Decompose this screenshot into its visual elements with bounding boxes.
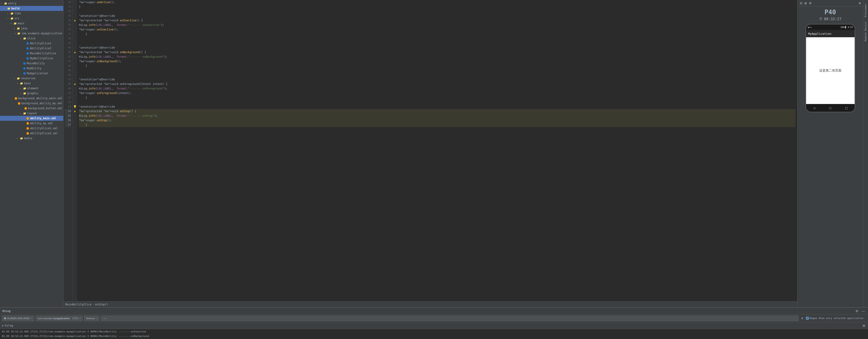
tree-item-abilitySlice1-xml[interactable]: 🟠abilitySlice1.xml — [0, 126, 63, 131]
tree-item-element[interactable]: ▸📁element — [0, 86, 63, 91]
tree-label: build — [11, 7, 20, 10]
breadcrumb-item-1[interactable]: MainAbilitySlice — [65, 303, 92, 306]
code-line: } — [79, 95, 796, 100]
code-line — [79, 100, 796, 105]
gutter-line: ● — [72, 18, 77, 23]
tree-item-src[interactable]: ▾📁src — [0, 16, 63, 21]
tree-arrow: ▾ — [20, 112, 23, 115]
tree-label: slice — [27, 37, 35, 40]
tree-icon: 📁 — [20, 137, 23, 140]
phone-app-title: MyApplication — [808, 32, 832, 35]
breadcrumb-item-2[interactable]: onStop() — [95, 303, 108, 306]
tree-icon: 📁 — [17, 27, 20, 30]
tree-item-libs[interactable]: ▸📁libs — [0, 11, 63, 16]
tree-item-abilitySlice2-xml[interactable]: 🟠abilitySlice2.xml — [0, 131, 63, 136]
timer-icon: ⏱ — [819, 17, 823, 21]
tree-label: graphic — [27, 92, 39, 95]
package-select[interactable]: com.example.myapplication 2713 ▾ — [36, 316, 83, 321]
hilog-minimize-btn[interactable]: — — [861, 309, 866, 313]
tree-item-graphic[interactable]: ▾📁graphic — [0, 91, 63, 96]
package-chevron: ▾ — [80, 317, 81, 319]
line-number: 30 — [65, 0, 71, 4]
previewer-tab[interactable]: Previewer — [864, 2, 868, 19]
tree-item-base[interactable]: ▾📁base — [0, 81, 63, 86]
editor-area: 3031323334353637383940414243444546474849… — [63, 0, 797, 307]
tree-icon: 📁 — [13, 22, 17, 25]
device-select[interactable]: ▣ HUAWEI ANA-AN00 ▾ — [2, 316, 34, 321]
tree-item-background-ability-main-xml[interactable]: 🟠background_ability_main.xml — [0, 96, 63, 101]
tree-item-MyApplication[interactable]: 🔵MyApplication — [0, 71, 63, 76]
regex-checkbox-label[interactable]: Regex — [806, 317, 817, 320]
tree-item-layout[interactable]: ▾📁layout — [0, 111, 63, 116]
nav-recent-icon[interactable]: □ — [845, 106, 847, 110]
line-number: 47 — [65, 77, 71, 82]
preview-close-btn[interactable]: ✕ — [858, 1, 861, 5]
code-line: } — [79, 122, 796, 127]
tree-item-build[interactable]: ▾📁build — [0, 6, 63, 11]
remote-device-tab[interactable]: Remote Device — [864, 20, 868, 43]
main-container: ▾📁entry▾📁build▸📁libs▾📁src▾📁main▾📁java▾📁c… — [0, 0, 868, 307]
tree-item-entry[interactable]: ▾📁entry — [0, 1, 63, 6]
hilog-content[interactable]: 01-09 16:52:22.066 27131-27131/com.examp… — [0, 329, 868, 339]
search-input[interactable] — [101, 316, 799, 321]
line-numbers: 3031323334353637383940414243444546474849… — [63, 0, 72, 301]
tree-item-java[interactable]: ▾📁java — [0, 26, 63, 31]
level-select[interactable]: Verbose ▾ — [84, 316, 99, 321]
code-line — [79, 9, 796, 13]
file-tree-sidebar: ▾📁entry▾📁build▸📁libs▾📁src▾📁main▾📁java▾📁c… — [0, 0, 63, 307]
nav-back-icon[interactable]: ◁ — [813, 106, 815, 110]
tree-arrow: ▾ — [13, 27, 17, 30]
tree-item-AbilitySlice2[interactable]: 🔵AbilitySlice2 — [0, 46, 63, 51]
tree-item-MainAbility[interactable]: 🔵MainAbility — [0, 61, 63, 66]
nav-home-icon[interactable]: ○ — [829, 106, 832, 110]
tree-item-MyAbilitySlice[interactable]: 🔵MyAbilitySlice — [0, 56, 63, 61]
gutter-line — [72, 95, 77, 100]
tree-item-background-ability-my-xml[interactable]: 🟠background_ability_my.xml — [0, 101, 63, 106]
right-tab-panel: Previewer Remote Device — [863, 0, 868, 307]
tree-icon: 🟠 — [14, 97, 17, 100]
tree-item-main[interactable]: ▾📁main — [0, 21, 63, 26]
preview-shrink-btn[interactable]: ⊟ — [799, 1, 803, 5]
code-line — [79, 73, 796, 77]
tree-item-resources[interactable]: ▾📁resources — [0, 76, 63, 81]
tree-icon: 🟠 — [26, 132, 29, 135]
gutter-line — [72, 73, 77, 77]
package-label: com.example.myapplication — [38, 317, 70, 320]
phone-nav-bar: ◁ ○ □ — [806, 104, 855, 112]
show-selected-label[interactable]: Show only selected application ▾ — [818, 317, 866, 320]
line-number: 34 — [65, 18, 71, 23]
level-chevron: ▾ — [96, 317, 97, 319]
tree-item-MainAbilitySlice[interactable]: 🔵MainAbilitySlice — [0, 51, 63, 56]
tree-arrow: ▾ — [20, 92, 23, 95]
preview-expand-btn[interactable]: ⊞ — [804, 1, 807, 5]
hilog-panel: HiLog ⚙ — ▣ HUAWEI ANA-AN00 ▾ com.exampl… — [0, 307, 868, 339]
tree-item-MyAbility[interactable]: 🔵MyAbility — [0, 66, 63, 71]
tree-item-media[interactable]: ▸📁media — [0, 136, 63, 141]
timer-value: 00:32:27 — [824, 17, 841, 21]
code-line: HiLog.info(LOG_LABEL, format: "--------o… — [79, 86, 796, 91]
phone-screen-text: 这是第二张页面 — [819, 68, 841, 73]
tree-label: main — [18, 22, 24, 25]
gutter-line — [72, 36, 77, 41]
hilog-title: HiLog — [2, 309, 10, 313]
code-line: "kw">protected "kw">void onStop() { — [79, 109, 796, 114]
tree-item-background-button-xml[interactable]: 🟠background_button.xml — [0, 106, 63, 111]
code-line: "kw">super.onStop(); — [79, 118, 796, 122]
tree-item-slice[interactable]: ▾📁slice — [0, 36, 63, 41]
hilog-settings-btn[interactable]: ⚙ — [855, 309, 859, 313]
gutter-line — [72, 46, 77, 50]
preview-panel: ⊟ ⊞ ⚙ ✕ P40 ⏱ 00:32:27 ▲▽◁ 100%▌ 4:53 My… — [797, 0, 863, 307]
tree-item-ability-my-xml[interactable]: 🟠ability_my.xml — [0, 121, 63, 126]
filter-layout-btn[interactable]: ⊞ — [862, 323, 866, 328]
tree-icon: 🟠 — [18, 102, 21, 105]
tree-arrow: ▾ — [13, 77, 17, 80]
regex-checkbox[interactable] — [806, 317, 809, 320]
tree-item-ability-main-xml[interactable]: 🟠ability_main.xml — [0, 116, 63, 121]
tree-item-AbilitySlice1[interactable]: 🔵AbilitySlice1 — [0, 41, 63, 46]
tree-arrow: ▾ — [4, 7, 7, 10]
tree-icon: 🟠 — [26, 117, 29, 120]
search-clear-btn[interactable]: ✕ — [800, 316, 805, 320]
preview-settings-btn[interactable]: ⚙ — [808, 1, 812, 5]
tree-item-com-example-myapplication[interactable]: ▾📁com.example.myapplication — [0, 31, 63, 36]
code-content[interactable]: "kw">super.onActive();} "annotation">@Ov… — [77, 0, 797, 301]
